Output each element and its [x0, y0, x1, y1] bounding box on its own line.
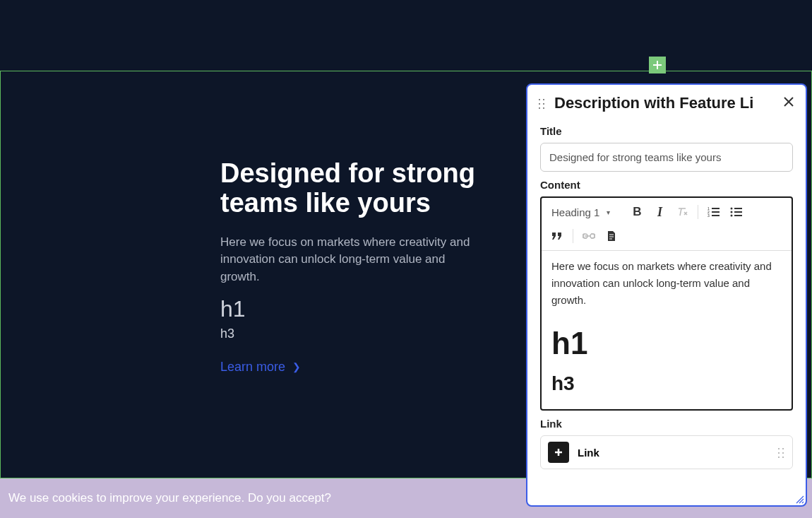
plus-icon [652, 60, 662, 70]
link-field-label: Link [540, 418, 793, 430]
editor-header: Description with Feature Li [527, 85, 806, 118]
italic-button[interactable]: I [650, 202, 669, 222]
document-icon [607, 230, 616, 242]
title-input[interactable] [540, 143, 793, 172]
resize-handle[interactable] [796, 495, 804, 504]
preview-body: Here we focus on markets where creativit… [220, 234, 482, 286]
unordered-list-button[interactable] [727, 202, 746, 222]
blockquote-button[interactable] [547, 226, 567, 246]
rte-h3: h3 [551, 372, 782, 395]
resize-icon [796, 495, 804, 504]
document-button[interactable] [602, 226, 621, 246]
svg-point-3 [731, 208, 733, 210]
learn-more-link[interactable]: Learn more ❯ [220, 360, 301, 375]
title-field-label: Title [540, 125, 793, 137]
quote-icon [551, 232, 563, 240]
rte-h1: h1 [551, 326, 782, 361]
format-select[interactable]: Heading 1 ▾ [547, 204, 614, 221]
content-preview: Designed for strong teams like yours Her… [220, 159, 482, 375]
bold-icon: B [633, 205, 641, 219]
ordered-list-icon: 123 [707, 206, 720, 218]
svg-text:3: 3 [707, 213, 710, 218]
rte-toolbar: Heading 1 ▾ B I 123 [542, 198, 792, 251]
rte-content-area[interactable]: Here we focus on markets where creativit… [542, 251, 792, 409]
chevron-right-icon: ❯ [292, 361, 301, 372]
learn-more-text: Learn more [220, 360, 285, 375]
panel-title: Description with Feature Li [554, 94, 773, 112]
editor-panel: Description with Feature Li Title Conten… [526, 83, 807, 507]
preview-h1-sample: h1 [220, 296, 482, 322]
clear-format-button[interactable] [672, 202, 692, 222]
toolbar-separator [698, 205, 698, 219]
cookie-message: We use cookies to improve your experienc… [8, 491, 331, 505]
content-field-label: Content [540, 179, 793, 191]
editor-body: Title Content Heading 1 ▾ B I 123 [527, 118, 806, 505]
chevron-down-icon: ▾ [607, 208, 610, 216]
unordered-list-icon [730, 206, 743, 218]
link-card-label: Link [578, 447, 768, 459]
svg-point-4 [731, 211, 733, 213]
add-section-button[interactable] [649, 57, 666, 73]
drag-handle-icon[interactable] [777, 447, 785, 458]
preview-h3-sample: h3 [220, 326, 482, 341]
plus-icon [554, 447, 563, 457]
link-button[interactable] [579, 226, 599, 246]
close-icon [783, 96, 794, 107]
clear-format-icon [676, 206, 688, 218]
bold-button[interactable]: B [627, 202, 647, 222]
svg-point-5 [731, 215, 733, 217]
ordered-list-button[interactable]: 123 [704, 202, 724, 222]
link-card: Link [540, 435, 793, 469]
rte-paragraph: Here we focus on markets where creativit… [551, 258, 782, 309]
drag-handle-icon[interactable] [537, 98, 546, 109]
close-button[interactable] [782, 93, 796, 112]
rich-text-editor: Heading 1 ▾ B I 123 [540, 196, 793, 411]
italic-icon: I [657, 205, 662, 220]
format-select-value: Heading 1 [551, 206, 599, 218]
link-icon [583, 232, 595, 240]
toolbar-separator [573, 229, 573, 243]
preview-heading: Designed for strong teams like yours [220, 159, 482, 218]
add-link-button[interactable] [548, 442, 569, 463]
